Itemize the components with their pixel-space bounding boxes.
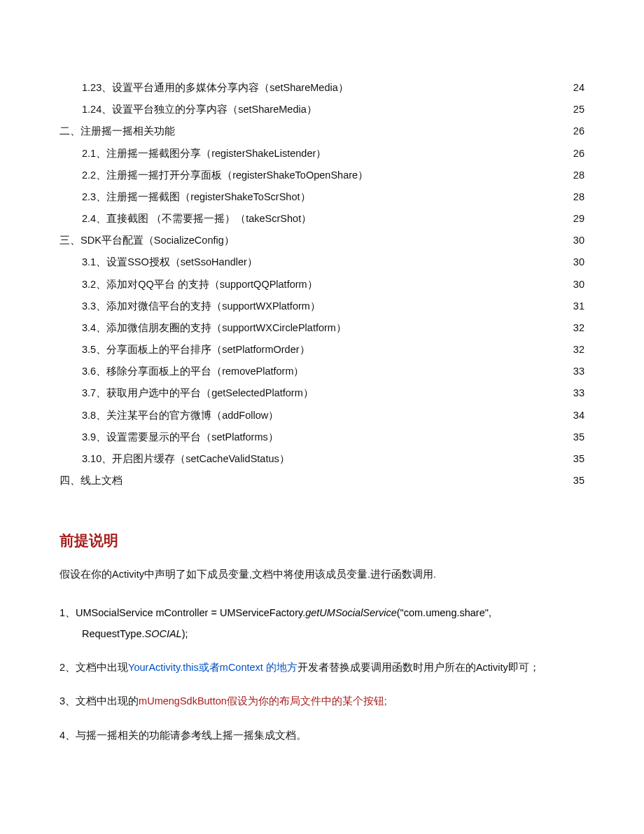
toc-entry[interactable]: 2.3、注册摇一摇截图（registerShakeToScrShot） 28	[59, 186, 584, 208]
toc-entry[interactable]: 3.9、设置需要显示的平台（setPlatforms） 35	[59, 426, 584, 448]
toc-page-num: 31	[573, 296, 584, 317]
toc-label: 3.9、设置需要显示的平台（setPlatforms）	[59, 426, 279, 448]
toc-page-num: 35	[573, 448, 584, 470]
toc-entry[interactable]: 3.4、添加微信朋友圈的支持（supportWXCirclePlatform） …	[59, 317, 584, 339]
toc-label: 3.6、移除分享面板上的平台（removePlatform）	[59, 361, 304, 382]
toc-page-num: 33	[573, 382, 584, 404]
code-item-4: 4、与摇一摇相关的功能请参考线上摇一摇集成文档。	[59, 725, 584, 745]
toc-label: 3.8、关注某平台的官方微博（addFollow）	[59, 405, 279, 426]
toc-entry[interactable]: 3.7、获取用户选中的平台（getSelectedPlatform） 33	[59, 382, 584, 404]
toc-page-num: 26	[573, 143, 584, 165]
code-args: ("com.umeng.share",	[397, 607, 491, 618]
document-page: 1.23、设置平台通用的多媒体分享内容（setShareMedia） 24 1.…	[0, 0, 644, 801]
toc-entry[interactable]: 3.6、移除分享面板上的平台（removePlatform） 33	[59, 361, 584, 382]
toc-entry[interactable]: 2.4、直接截图 （不需要摇一摇）（takeScrShot） 29	[59, 208, 584, 230]
toc-page-num: 28	[573, 186, 584, 208]
toc-page-num: 35	[573, 426, 584, 448]
code-text: = UMServiceFactory.	[211, 607, 305, 618]
toc-entry[interactable]: 3.1、设置SSO授权（setSsoHandler） 30	[59, 251, 584, 273]
toc-entry[interactable]: 四、线上文档 35	[59, 470, 584, 492]
toc-label: 2.2、注册摇一摇打开分享面板（registerShakeToOpenShare…	[59, 165, 368, 186]
item-text: 2、文档中出现	[59, 662, 128, 673]
code-item-3: 3、文档中出现的mUmengSdkButton假设为你的布局文件中的某个按钮;	[59, 691, 584, 711]
code-item-2: 2、文档中出现YourActivity.this或者mContext 的地方开发…	[59, 658, 584, 677]
toc-page-num: 32	[573, 339, 584, 361]
toc-label: 三、SDK平台配置（SocializeConfig）	[59, 230, 234, 251]
code-item-1: 1、UMSocialService mController = UMServic…	[59, 603, 584, 644]
toc-label: 2.1、注册摇一摇截图分享（registerShakeListender）	[59, 143, 326, 165]
toc-label: 3.2、添加对QQ平台 的支持（supportQQPlatform）	[59, 274, 318, 296]
toc-page-num: 30	[573, 274, 584, 296]
toc-label: 二、注册摇一摇相关功能	[59, 120, 175, 142]
toc-page-num: 30	[573, 251, 584, 273]
toc-page-num: 25	[573, 99, 584, 120]
toc-entry[interactable]: 3.5、分享面板上的平台排序（setPlatformOrder） 32	[59, 339, 584, 361]
code-text: RequestType.	[82, 628, 144, 639]
toc-label: 2.4、直接截图 （不需要摇一摇）（takeScrShot）	[59, 208, 312, 230]
toc-entry[interactable]: 3.10、开启图片缓存（setCacheValidStatus） 35	[59, 448, 584, 470]
toc-entry[interactable]: 3.3、添加对微信平台的支持（supportWXPlatform） 31	[59, 296, 584, 317]
code-var: mController	[156, 607, 211, 618]
item-text: 3、文档中出现的	[59, 695, 139, 707]
prerequisites-heading: 前提说明	[59, 531, 584, 550]
toc-page-num: 34	[573, 405, 584, 426]
toc-page-num: 28	[573, 165, 584, 186]
toc-label: 四、线上文档	[59, 470, 122, 492]
toc-entry[interactable]: 三、SDK平台配置（SocializeConfig） 30	[59, 230, 584, 251]
toc-label: 3.1、设置SSO授权（setSsoHandler）	[59, 251, 258, 273]
item-text: 开发者替换成要调用函数时用户所在的Activity即可；	[298, 662, 540, 673]
toc-label: 1.24、设置平台独立的分享内容（setShareMedia）	[59, 99, 317, 120]
toc-entry[interactable]: 1.23、设置平台通用的多媒体分享内容（setShareMedia） 24	[59, 77, 584, 99]
toc-entry[interactable]: 3.8、关注某平台的官方微博（addFollow） 34	[59, 405, 584, 426]
intro-text: 假设在你的Activity中声明了如下成员变量,文档中将使用该成员变量.进行函数…	[59, 564, 584, 584]
toc-entry[interactable]: 二、注册摇一摇相关功能 26	[59, 120, 584, 142]
toc-label: 3.5、分享面板上的平台排序（setPlatformOrder）	[59, 339, 310, 361]
table-of-contents: 1.23、设置平台通用的多媒体分享内容（setShareMedia） 24 1.…	[59, 77, 584, 492]
toc-page-num: 35	[573, 470, 584, 492]
item-blue: YourActivity.this或者mContext 的地方	[128, 662, 298, 673]
toc-page-num: 24	[573, 77, 584, 99]
toc-entry[interactable]: 2.1、注册摇一摇截图分享（registerShakeListender） 26	[59, 143, 584, 165]
toc-label: 3.4、添加微信朋友圈的支持（supportWXCirclePlatform）	[59, 317, 346, 339]
toc-entry[interactable]: 2.2、注册摇一摇打开分享面板（registerShakeToOpenShare…	[59, 165, 584, 186]
toc-page-num: 32	[573, 317, 584, 339]
toc-page-num: 30	[573, 230, 584, 251]
code-text: );	[182, 628, 188, 639]
toc-label: 2.3、注册摇一摇截图（registerShakeToScrShot）	[59, 186, 311, 208]
toc-page-num: 29	[573, 208, 584, 230]
toc-label: 3.3、添加对微信平台的支持（supportWXPlatform）	[59, 296, 321, 317]
toc-entry[interactable]: 1.24、设置平台独立的分享内容（setShareMedia） 25	[59, 99, 584, 120]
code-text: 1、UMSocialService	[59, 607, 156, 618]
code-fn: getUMSocialService	[305, 607, 397, 618]
item-red: mUmengSdkButton假设为你的布局文件中的某个按钮;	[139, 695, 387, 707]
toc-page-num: 33	[573, 361, 584, 382]
toc-label: 3.7、获取用户选中的平台（getSelectedPlatform）	[59, 382, 314, 404]
toc-entry[interactable]: 3.2、添加对QQ平台 的支持（supportQQPlatform） 30	[59, 274, 584, 296]
toc-page-num: 26	[573, 120, 584, 142]
toc-label: 3.10、开启图片缓存（setCacheValidStatus）	[59, 448, 290, 470]
toc-label: 1.23、设置平台通用的多媒体分享内容（setShareMedia）	[59, 77, 349, 99]
code-const: SOCIAL	[144, 628, 181, 639]
